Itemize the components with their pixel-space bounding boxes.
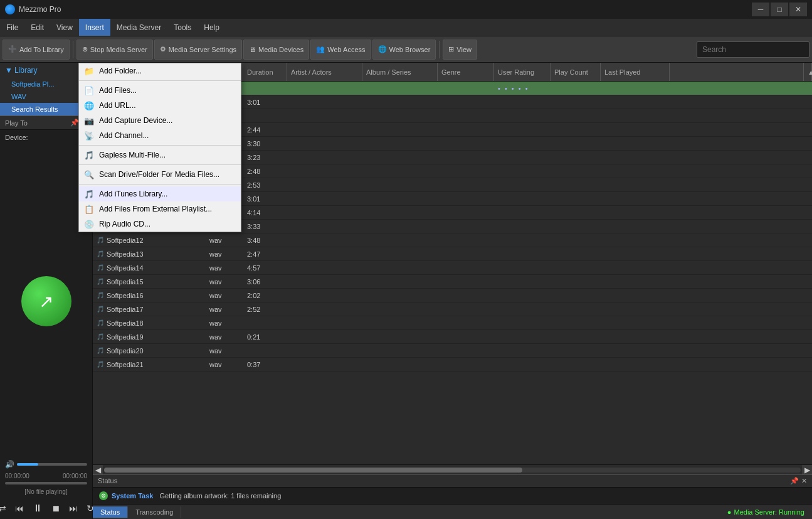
minimize-button[interactable]: ─	[752, 3, 769, 16]
shuffle-button[interactable]: ⇄	[0, 502, 9, 515]
table-row[interactable]: 🎵Softpedia13wav2:47	[93, 247, 812, 261]
tab-status[interactable]: Status	[93, 506, 128, 518]
gapless-icon: 🎵	[84, 151, 94, 160]
table-cell: 3:30	[243, 140, 287, 147]
media-devices-button[interactable]: 🖥 Media Devices	[243, 40, 309, 60]
progress-bar[interactable]	[5, 482, 87, 484]
stop-media-server-button[interactable]: ⊗ Stop Media Server	[76, 40, 153, 60]
scroll-left-button[interactable]: ◀	[93, 465, 103, 475]
web-access-icon: 👥	[316, 45, 325, 53]
table-row[interactable]: 🎵Softpedia16wav2:02	[93, 289, 812, 302]
status-spinner-icon: ⚙	[99, 491, 108, 500]
server-running-icon: ●	[727, 508, 732, 516]
col-header-playcount[interactable]: Play Count	[551, 63, 601, 81]
table-row[interactable]: 🎵Softpedia18wav	[93, 316, 812, 330]
menu-rip-cd[interactable]: 💿 Rip Audio CD...	[79, 217, 241, 232]
close-button[interactable]: ✕	[789, 3, 807, 16]
col-header-artist[interactable]: Artist / Actors	[287, 63, 362, 81]
table-cell: wav	[206, 347, 243, 355]
table-cell: 3:01	[243, 195, 287, 203]
menu-add-files[interactable]: 📄 Add Files...	[79, 83, 241, 98]
time-row: 00:00:00 00:00:00	[0, 471, 92, 481]
table-row[interactable]: 🎵Softpedia15wav3:06	[93, 275, 812, 289]
col-header-album[interactable]: Album / Series	[362, 63, 438, 81]
library-label: Library	[14, 66, 38, 75]
stop-icon: ⊗	[82, 45, 88, 53]
status-content: ⚙ System Task Getting album artwork: 1 f…	[93, 488, 812, 504]
menu-add-itunes[interactable]: 🎵 Add iTunes Library...	[79, 186, 241, 201]
file-icon: 🎵	[97, 306, 104, 313]
menu-add-capture[interactable]: 📷 Add Capture Device...	[79, 113, 241, 128]
file-icon: 🎵	[97, 361, 104, 368]
table-cell: 4:57	[243, 264, 287, 272]
menu-tools[interactable]: Tools	[167, 19, 198, 36]
scroll-right-button[interactable]: ▶	[802, 465, 812, 475]
table-row[interactable]: 🎵Softpedia17wav2:52	[93, 302, 812, 316]
file-icon: 🎵	[97, 319, 104, 326]
web-browser-button[interactable]: 🌐 Web Browser	[372, 40, 436, 60]
table-cell: • • • • •	[494, 85, 551, 92]
menu-scan-drive[interactable]: 🔍 Scan Drive/Folder For Media Files...	[79, 167, 241, 182]
view-button[interactable]: ⊞ View	[443, 40, 477, 60]
col-header-lastplayed[interactable]: Last Played	[601, 63, 670, 81]
menu-gapless[interactable]: 🎵 Gapless Multi-File...	[79, 147, 241, 163]
prev-button[interactable]: ⏮	[13, 502, 26, 515]
menu-view[interactable]: View	[50, 19, 79, 36]
col-header-duration[interactable]: Duration	[243, 63, 287, 81]
table-row[interactable]: 🎵Softpedia14wav4:57	[93, 261, 812, 275]
table-cell: 3:48	[243, 237, 287, 244]
add-to-library-icon: ➕	[8, 45, 17, 53]
horizontal-scroll-track[interactable]	[104, 468, 801, 473]
add-to-library-button[interactable]: ➕ Add To Library	[3, 40, 70, 60]
table-cell: 🎵Softpedia15	[93, 278, 206, 286]
media-server-settings-button[interactable]: ⚙ Media Server Settings	[154, 40, 242, 60]
add-folder-icon: 📁	[84, 67, 94, 76]
menu-edit[interactable]: Edit	[24, 19, 50, 36]
maximize-button[interactable]: □	[771, 3, 788, 16]
volume-slider[interactable]	[17, 463, 87, 466]
devices-icon: 🖥	[249, 46, 256, 53]
add-channel-icon: 📡	[84, 131, 94, 141]
app-icon	[5, 4, 15, 14]
table-cell: 🎵Softpedia21	[93, 361, 206, 368]
menu-insert[interactable]: Insert	[79, 19, 110, 36]
table-row[interactable]: 🎵Softpedia12wav3:48	[93, 233, 812, 247]
table-cell: 2:47	[243, 250, 287, 258]
table-cell: 🎵Softpedia12	[93, 237, 206, 244]
stop-button[interactable]: ⏹	[49, 502, 63, 515]
pause-button[interactable]: ⏸	[30, 501, 45, 515]
table-row[interactable]: 🎵Softpedia19wav0:21	[93, 330, 812, 344]
title-bar: Mezzmo Pro ─ □ ✕	[0, 0, 812, 19]
menu-external-playlist[interactable]: 📋 Add Files From External Playlist...	[79, 201, 241, 217]
playlist-icon: 📋	[84, 205, 94, 214]
status-pin-icon[interactable]: 📌	[790, 477, 799, 485]
menu-add-url[interactable]: 🌐 Add URL...	[79, 98, 241, 113]
menu-help[interactable]: Help	[198, 19, 226, 36]
menu-add-channel[interactable]: 📡 Add Channel...	[79, 128, 241, 143]
col-header-rating[interactable]: User Rating	[494, 63, 551, 81]
table-cell: 3:23	[243, 154, 287, 161]
file-icon: 🎵	[97, 278, 104, 285]
rating-dots: • • • • •	[498, 85, 529, 92]
device-label: Device:	[5, 134, 28, 141]
col-header-genre[interactable]: Genre	[438, 63, 494, 81]
add-files-icon: 📄	[84, 86, 94, 95]
tab-transcoding[interactable]: Transcoding	[128, 506, 181, 518]
menu-media-server[interactable]: Media Server	[110, 19, 167, 36]
table-cell: wav	[206, 264, 243, 272]
horizontal-scrollbar[interactable]: ◀ ▶	[93, 464, 812, 474]
table-row[interactable]: 🎵Softpedia20wav	[93, 344, 812, 358]
volume-icon: 🔊	[5, 460, 14, 469]
pin-icon[interactable]: 📌	[70, 119, 79, 127]
search-input[interactable]	[697, 41, 809, 58]
now-playing: [No file playing]	[0, 486, 92, 498]
web-access-button[interactable]: 👥 Web Access	[310, 40, 371, 60]
menu-add-folder[interactable]: 📁 Add Folder...	[79, 63, 241, 78]
table-cell: 🎵Softpedia17	[93, 306, 206, 313]
next-button[interactable]: ⏭	[66, 502, 80, 515]
table-row[interactable]: 🎵Softpedia21wav0:37	[93, 358, 812, 372]
status-close-icon[interactable]: ✕	[801, 477, 807, 485]
scroll-up-button[interactable]: ▲	[804, 63, 812, 81]
menu-file[interactable]: File	[0, 19, 24, 36]
table-cell: 2:02	[243, 292, 287, 299]
